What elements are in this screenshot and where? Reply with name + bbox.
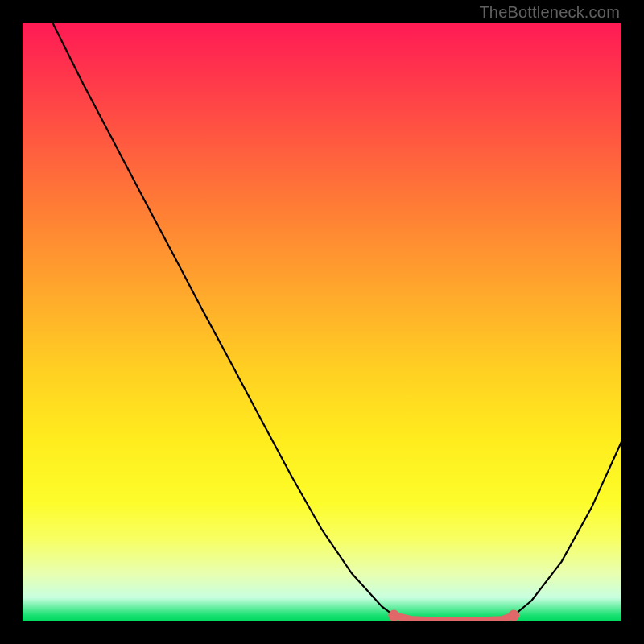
chart-frame: TheBottleneck.com [0,0,644,644]
highlight-endpoint-left [388,610,399,621]
plot-area [23,23,621,621]
attribution-label: TheBottleneck.com [479,3,620,22]
highlight-segment [394,616,514,621]
bottleneck-curve [52,23,621,621]
curve-layer [23,23,621,621]
highlight-endpoint-right [508,610,519,621]
